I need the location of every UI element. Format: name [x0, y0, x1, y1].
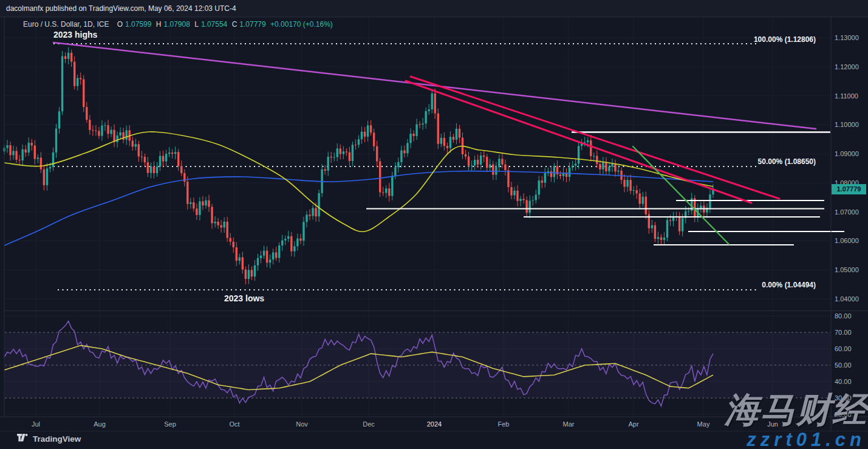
candle-body — [101, 126, 103, 136]
rsi-tick-label: 50.00 — [835, 362, 852, 369]
candle-body — [492, 164, 494, 174]
candle-body — [144, 157, 146, 162]
candle-body — [446, 146, 448, 148]
candle-body — [147, 162, 149, 173]
candle-body — [306, 214, 307, 222]
candle-body — [431, 94, 433, 109]
candle-body — [678, 217, 680, 231]
time-tick-label-sep: Sep — [157, 420, 183, 428]
candle-body — [553, 166, 555, 177]
candle-body — [245, 270, 247, 279]
candle-body — [116, 135, 118, 142]
candle-body — [596, 156, 598, 164]
pink-channel-upper — [411, 77, 779, 199]
price-tick-label: 1.09000 — [835, 150, 859, 157]
symbol-header[interactable]: Euro / U.S. Dollar, 1D, ICE O1.07599 H1.… — [23, 20, 335, 29]
candle-body — [406, 143, 408, 153]
candle-body — [107, 125, 109, 134]
rsi-tick-label: 60.00 — [835, 345, 852, 352]
candle-body — [522, 199, 524, 200]
candle-body — [654, 225, 656, 239]
close-value: 1.07779 — [239, 20, 265, 29]
price-tick-label: 1.06000 — [835, 237, 859, 244]
candle-body — [193, 202, 194, 208]
tradingview-brand[interactable]: TradingView — [17, 434, 81, 444]
candle-body — [257, 258, 259, 266]
candle-body — [138, 144, 140, 156]
time-tick-label-aug: Aug — [86, 420, 113, 428]
candle-body — [205, 201, 207, 205]
candle-body — [327, 157, 329, 171]
candle-body — [434, 94, 436, 114]
time-tick-label-dec: Dec — [355, 420, 382, 428]
price-tick-label: 1.11000 — [835, 92, 858, 100]
candle-body — [70, 53, 72, 62]
candle-body — [165, 154, 167, 161]
candle-body — [312, 208, 313, 216]
candle-body — [260, 256, 262, 258]
candle-body — [397, 162, 399, 168]
candle-body — [349, 153, 350, 161]
candle-body — [202, 201, 203, 205]
green-short-term-downtrend — [633, 146, 729, 244]
candle-body — [645, 197, 647, 214]
high-label: H — [156, 20, 162, 29]
candle-body — [272, 252, 274, 259]
candle-body — [590, 140, 592, 156]
candle-body — [412, 134, 414, 136]
candle-body — [337, 148, 338, 157]
candle-body — [28, 143, 30, 153]
candle-body — [233, 242, 234, 247]
open-value: 1.07599 — [125, 20, 151, 29]
candle-body — [34, 146, 36, 159]
candle-body — [64, 56, 66, 58]
candle-body — [281, 241, 283, 245]
change-value: +0.00170 (+0.16%) — [270, 20, 333, 29]
candle-body — [73, 62, 75, 86]
candle-body — [394, 167, 396, 176]
candle-body — [593, 156, 595, 157]
candle-body — [223, 222, 225, 228]
candle-body — [61, 56, 63, 111]
candle-body — [391, 176, 393, 196]
symbol-title[interactable]: Euro / U.S. Dollar, 1D, ICE — [23, 20, 109, 29]
candle-body — [572, 165, 573, 167]
candle-body — [513, 191, 515, 196]
candle-body — [639, 193, 641, 204]
candle-body — [541, 180, 543, 183]
candle-body — [367, 125, 369, 137]
candle-body — [46, 168, 48, 185]
price-tick-label: 1.07000 — [835, 208, 859, 216]
candle-body — [31, 143, 33, 146]
candle-body — [370, 125, 372, 132]
candle-body — [516, 191, 518, 201]
candle-body — [168, 153, 170, 154]
watermark-url: zzrt01.cn — [747, 430, 866, 449]
candle-body — [632, 190, 634, 191]
candle-body — [361, 132, 363, 139]
chart-canvas[interactable] — [0, 0, 868, 449]
candle-body — [642, 197, 644, 204]
candle-body — [242, 257, 244, 269]
time-tick-label-apr: Apr — [620, 420, 647, 428]
tradingview-logo-icon — [17, 434, 29, 444]
candle-body — [12, 151, 14, 155]
candle-body — [290, 236, 292, 252]
candle-body — [587, 140, 589, 142]
candle-body — [559, 174, 561, 176]
candle-body — [284, 239, 286, 241]
candle-body — [239, 257, 241, 261]
candle-body — [623, 180, 625, 187]
candle-body — [275, 252, 277, 258]
candle-body — [682, 218, 683, 231]
tradingview-brand-label: TradingView — [33, 434, 81, 444]
candle-body — [504, 165, 506, 170]
candle-body — [453, 137, 454, 140]
time-tick-label-jul: Jul — [22, 420, 49, 428]
candle-body — [49, 167, 51, 169]
candle-body — [437, 114, 439, 144]
candle-body — [126, 130, 128, 140]
candle-body — [315, 208, 316, 216]
candle-body — [18, 160, 20, 160]
candle-body — [330, 157, 332, 157]
